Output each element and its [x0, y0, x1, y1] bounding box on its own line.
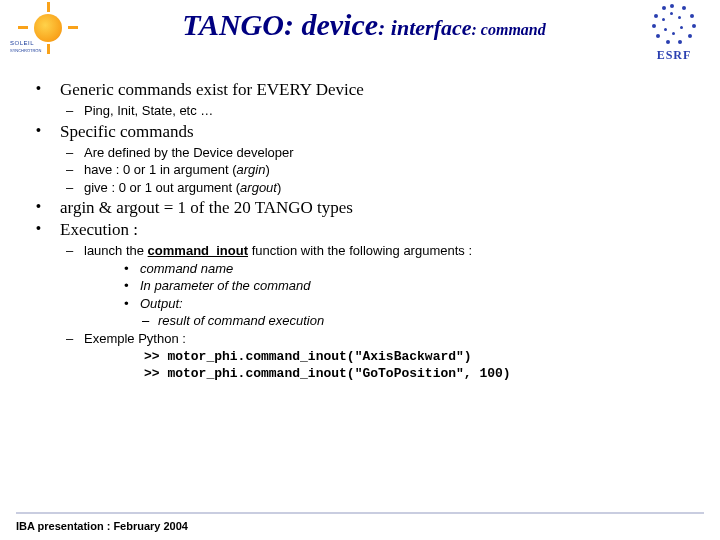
bullet-4-l3-2: In parameter of the command — [122, 277, 686, 295]
title-seg4: : command — [472, 21, 546, 38]
esrf-logo: ESRF — [638, 4, 710, 66]
bullet-1-text: Generic commands exist for EVERY Device — [60, 80, 364, 99]
bullet-4-l3-3: Output: — [122, 295, 686, 313]
esrf-ring-icon — [648, 4, 698, 46]
esrf-text: ESRF — [638, 48, 710, 63]
footer-text: IBA presentation : February 2004 — [16, 520, 704, 532]
code-line-2: >> motor_phi.command_inout("GoToPosition… — [144, 365, 686, 383]
sun-icon — [34, 14, 62, 42]
slide-title: TANGO: device: interface: command — [90, 4, 638, 42]
bullet-3: argin & argout = 1 of the 20 TANGO types — [34, 198, 686, 218]
bullet-2: Specific commands Are defined by the Dev… — [34, 122, 686, 197]
bullet-2-sub2: have : 0 or 1 in argument (argin) — [60, 161, 686, 179]
soleil-logo: SOLEIL SYNCHROTRON — [10, 4, 90, 54]
bullet-1: Generic commands exist for EVERY Device … — [34, 80, 686, 120]
slide-header: SOLEIL SYNCHROTRON TANGO: device: interf… — [0, 0, 720, 72]
slide-body: Generic commands exist for EVERY Device … — [0, 72, 720, 383]
bullet-4-sub2: Exemple Python : >> motor_phi.command_in… — [60, 330, 686, 383]
title-seg3: : interface — [378, 15, 471, 40]
title-seg1: TANGO: — [182, 8, 301, 41]
bullet-1-sub1: Ping, Init, State, etc … — [60, 102, 686, 120]
bullet-2-text: Specific commands — [60, 122, 194, 141]
bullet-4-sub1: launch the command_inout function with t… — [60, 242, 686, 330]
code-line-1: >> motor_phi.command_inout("AxisBackward… — [144, 348, 686, 366]
soleil-text: SOLEIL — [10, 40, 34, 46]
bullet-2-sub1: Are defined by the Device developer — [60, 144, 686, 162]
bullet-3-text: argin & argout = 1 of the 20 TANGO types — [60, 198, 353, 217]
title-seg2: device — [301, 8, 378, 41]
slide-footer: IBA presentation : February 2004 — [0, 512, 720, 532]
bullet-4-l3-1: command name — [122, 260, 686, 278]
bullet-2-sub3: give : 0 or 1 out argument (argout) — [60, 179, 686, 197]
bullet-4-text: Execution : — [60, 220, 138, 239]
synchrotron-text: SYNCHROTRON — [10, 48, 41, 53]
footer-rule — [16, 512, 704, 514]
bullet-4: Execution : launch the command_inout fun… — [34, 220, 686, 383]
bullet-4-l4-1: result of command execution — [140, 312, 686, 330]
